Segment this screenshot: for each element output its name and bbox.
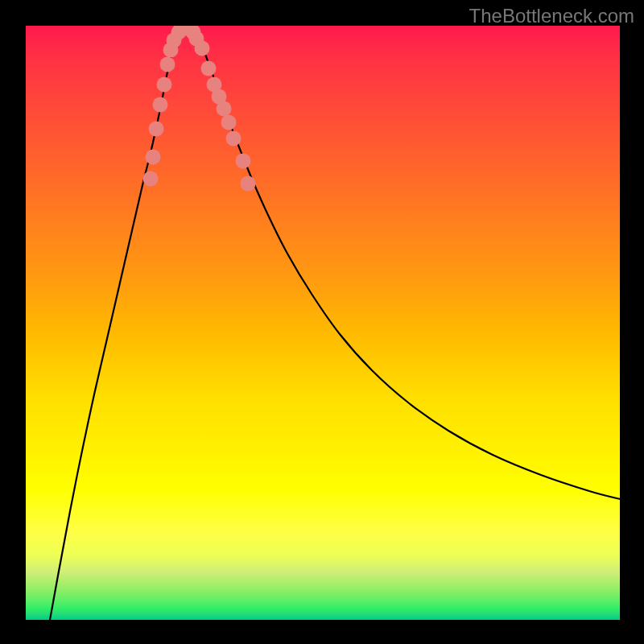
- data-dot: [201, 61, 217, 76]
- data-dot: [153, 97, 168, 113]
- data-dot: [221, 115, 237, 130]
- data-dot: [236, 154, 251, 169]
- curve-svg: [26, 26, 620, 620]
- data-dot: [160, 57, 175, 72]
- dots-group: [143, 26, 256, 192]
- data-dot: [195, 41, 210, 56]
- data-dot: [143, 171, 159, 187]
- data-dot: [226, 131, 242, 147]
- data-dot: [157, 77, 172, 93]
- watermark-text: TheBottleneck.com: [469, 5, 634, 27]
- data-dot: [146, 150, 161, 165]
- chart-container: TheBottleneck.com: [0, 0, 644, 644]
- data-dot: [217, 101, 232, 117]
- data-dot: [241, 176, 256, 192]
- data-dot: [149, 122, 164, 137]
- curve-line: [50, 26, 620, 620]
